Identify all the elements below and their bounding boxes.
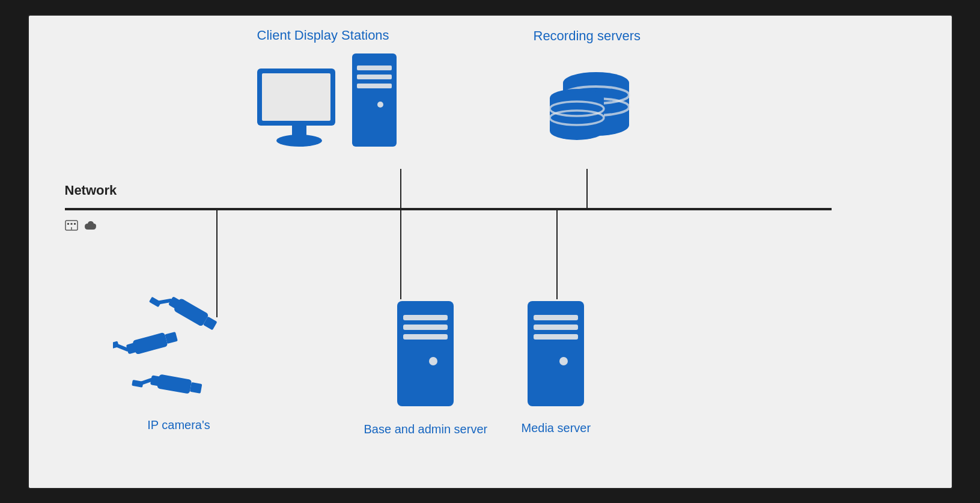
svg-rect-42 xyxy=(403,334,448,340)
ip-cameras-group: IP camera's xyxy=(113,295,245,432)
svg-rect-47 xyxy=(534,334,578,340)
svg-point-13 xyxy=(377,102,383,108)
diagram-container: Network Client Display St xyxy=(28,14,953,489)
client-display-group: Client Display Stations xyxy=(251,28,401,153)
network-line xyxy=(65,208,832,210)
svg-point-8 xyxy=(276,135,322,147)
database-icon xyxy=(536,53,638,149)
recording-servers-group: Recording servers xyxy=(534,28,641,150)
svg-rect-10 xyxy=(357,66,392,70)
base-admin-group: Base and admin server xyxy=(364,298,488,437)
network-port-icon xyxy=(65,220,78,231)
svg-rect-29 xyxy=(132,332,168,354)
client-display-label: Client Display Stations xyxy=(257,28,389,43)
base-admin-server-icon xyxy=(392,298,458,415)
svg-rect-2 xyxy=(70,223,72,225)
svg-rect-33 xyxy=(113,341,119,349)
svg-rect-34 xyxy=(157,374,192,394)
svg-rect-46 xyxy=(534,325,578,330)
cloud-icon xyxy=(83,219,102,232)
svg-rect-38 xyxy=(132,379,143,387)
svg-rect-1 xyxy=(67,223,69,225)
svg-rect-6 xyxy=(262,73,330,121)
connector-client-display xyxy=(400,169,401,209)
svg-rect-41 xyxy=(403,325,448,330)
small-icons-group xyxy=(65,219,102,232)
svg-point-43 xyxy=(429,357,437,365)
ip-camera-icon xyxy=(113,295,245,415)
base-admin-label: Base and admin server xyxy=(364,421,488,437)
ip-cameras-label: IP camera's xyxy=(147,418,210,432)
connector-recording xyxy=(586,169,588,209)
svg-rect-40 xyxy=(403,315,448,320)
monitor-icon xyxy=(251,62,347,153)
connector-media-server xyxy=(556,209,558,299)
svg-point-48 xyxy=(559,357,568,365)
recording-servers-label: Recording servers xyxy=(534,28,641,45)
svg-rect-35 xyxy=(189,382,202,393)
network-label: Network xyxy=(65,183,117,198)
connector-base-admin xyxy=(400,209,401,299)
media-server-label: Media server xyxy=(522,421,591,435)
tower-pc-icon xyxy=(347,50,401,153)
svg-rect-28 xyxy=(148,296,161,307)
svg-rect-45 xyxy=(534,315,578,320)
media-server-icon xyxy=(523,298,589,415)
media-server-group: Media server xyxy=(522,298,591,435)
svg-rect-11 xyxy=(357,75,392,79)
svg-rect-3 xyxy=(74,223,76,225)
svg-rect-12 xyxy=(357,84,392,88)
